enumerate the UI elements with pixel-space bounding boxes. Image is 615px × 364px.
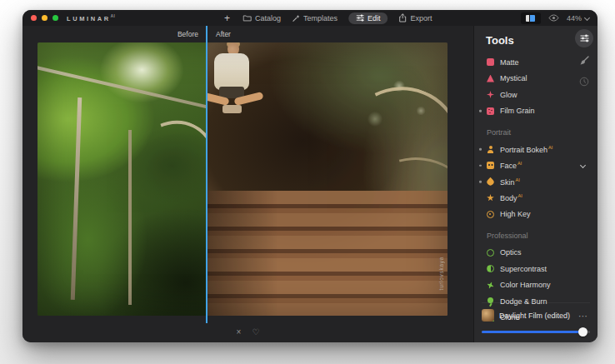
tool-label: BodyAI bbox=[500, 193, 522, 202]
tool-glow[interactable]: Glow bbox=[487, 90, 592, 99]
compare-left-half-icon bbox=[526, 15, 529, 22]
tool-label: High Key bbox=[500, 210, 531, 218]
tool-label: Glow bbox=[500, 91, 518, 99]
template-name: Daylight Film (edited) bbox=[499, 312, 573, 320]
titlebar-right-controls: 44% bbox=[521, 10, 589, 26]
tool-color-harmony[interactable]: Color Harmony bbox=[487, 281, 592, 290]
app-window: LUMINARAI + Catalog Templates Edit Expor… bbox=[22, 10, 598, 342]
tool-body[interactable]: BodyAI bbox=[487, 193, 592, 202]
photo-canvas[interactable]: turlovskaya bbox=[38, 42, 448, 316]
tab-label: Templates bbox=[303, 14, 338, 22]
favorite-flag-icon[interactable]: ♡ bbox=[252, 328, 259, 337]
tool-label: Matte bbox=[500, 58, 519, 67]
tool-high-key[interactable]: High Key bbox=[487, 210, 592, 219]
after-label: After bbox=[216, 30, 231, 38]
compare-right-half-icon bbox=[530, 15, 535, 22]
railing-post bbox=[71, 97, 82, 300]
tool-label: Color Harmony bbox=[500, 281, 551, 289]
zoom-level-dropdown[interactable]: 44% bbox=[567, 14, 589, 22]
tool-label: Supercontrast bbox=[500, 265, 547, 273]
edited-indicator bbox=[479, 164, 482, 167]
minimize-window-button[interactable] bbox=[42, 15, 48, 21]
brush-icon bbox=[579, 56, 589, 68]
edited-indicator bbox=[479, 110, 482, 112]
reject-flag-icon[interactable]: × bbox=[237, 328, 242, 337]
tool-supercontrast[interactable]: Supercontrast bbox=[487, 264, 592, 273]
slider-knob[interactable] bbox=[578, 327, 588, 337]
close-window-button[interactable] bbox=[31, 15, 37, 21]
tool-label: Film Grain bbox=[500, 107, 535, 115]
tab-label: Export bbox=[410, 14, 432, 22]
railing-bar bbox=[38, 62, 206, 113]
ai-badge: AI bbox=[518, 161, 522, 166]
main-nav-tabs: + Catalog Templates Edit Export bbox=[222, 10, 432, 26]
clock-icon bbox=[579, 77, 589, 89]
history-button[interactable] bbox=[579, 77, 589, 89]
matte-icon bbox=[487, 58, 494, 66]
tool-skin[interactable]: SkinAI bbox=[487, 177, 592, 187]
tool-label: FaceAI bbox=[500, 161, 522, 170]
tool-portrait-bokeh[interactable]: Portrait BokehAI bbox=[487, 145, 592, 154]
zoom-level-value: 44% bbox=[567, 14, 582, 22]
section-header-professional: Professional bbox=[487, 232, 592, 240]
more-options-icon[interactable]: ⋯ bbox=[578, 313, 590, 318]
photo-flags: × ♡ bbox=[237, 328, 260, 337]
tab-edit[interactable]: Edit bbox=[348, 12, 388, 24]
face-icon bbox=[487, 162, 494, 169]
magic-wand-icon bbox=[292, 14, 300, 22]
titlebar: LUMINARAI + Catalog Templates Edit Expor… bbox=[22, 10, 598, 26]
chevron-down-icon[interactable] bbox=[580, 162, 586, 168]
share-icon bbox=[398, 13, 407, 22]
tool-label: SkinAI bbox=[500, 177, 520, 187]
ai-badge: AI bbox=[548, 145, 552, 150]
masking-brush-button[interactable] bbox=[579, 56, 589, 68]
applied-template-panel: Daylight Film (edited) ⋯ bbox=[482, 302, 590, 337]
sidebar-rail bbox=[575, 29, 593, 89]
color-harmony-icon bbox=[486, 280, 496, 290]
app-brand: LUMINARAI bbox=[67, 14, 115, 22]
slider-fill bbox=[482, 331, 582, 333]
adjustments-panel-button[interactable] bbox=[575, 29, 593, 47]
fullscreen-window-button[interactable] bbox=[52, 15, 58, 21]
preview-original-eye-icon[interactable] bbox=[548, 14, 559, 22]
photo-after-half bbox=[206, 42, 448, 316]
template-row: Daylight Film (edited) ⋯ bbox=[482, 309, 590, 322]
tool-film-grain[interactable]: Film Grain bbox=[487, 107, 592, 116]
sliders-icon bbox=[580, 32, 589, 45]
window-controls bbox=[31, 15, 58, 21]
ai-badge: AI bbox=[516, 177, 520, 182]
chevron-down-icon bbox=[584, 15, 590, 21]
sliders-icon bbox=[356, 14, 364, 22]
tab-export[interactable]: Export bbox=[398, 13, 432, 22]
supercontrast-icon bbox=[487, 265, 494, 272]
tool-label: Mystical bbox=[500, 74, 528, 82]
template-amount-slider[interactable] bbox=[482, 327, 590, 337]
film-grain-icon bbox=[487, 107, 494, 115]
slider-track[interactable] bbox=[482, 331, 590, 333]
high-key-icon bbox=[487, 211, 494, 218]
railing-arc bbox=[108, 105, 206, 240]
edited-indicator bbox=[479, 148, 482, 151]
compare-toggle-button[interactable] bbox=[521, 12, 541, 24]
compare-divider-handle[interactable] bbox=[206, 26, 208, 323]
tool-optics[interactable]: Optics bbox=[487, 248, 592, 257]
ai-badge: AI bbox=[518, 193, 522, 198]
tab-templates[interactable]: Templates bbox=[292, 14, 338, 22]
optics-icon bbox=[487, 249, 494, 257]
edited-indicator bbox=[479, 181, 482, 183]
portrait-bokeh-icon bbox=[487, 146, 494, 153]
tab-catalog[interactable]: Catalog bbox=[242, 14, 281, 22]
workspace: Before After bbox=[22, 26, 598, 342]
brand-text: LUMINAR bbox=[67, 14, 111, 22]
photo-before-half bbox=[38, 42, 206, 316]
brand-ai-badge: AI bbox=[111, 14, 116, 18]
body-icon bbox=[487, 194, 494, 202]
canvas-area: Before After bbox=[22, 26, 473, 342]
section-header-portrait: Portrait bbox=[487, 128, 592, 137]
add-photos-button[interactable]: + bbox=[222, 13, 232, 23]
tool-label: Portrait BokehAI bbox=[500, 145, 552, 154]
tool-face[interactable]: FaceAI bbox=[487, 161, 592, 170]
tool-label: Optics bbox=[500, 248, 522, 257]
photo-watermark: turlovskaya bbox=[438, 257, 444, 291]
mystical-icon bbox=[487, 75, 494, 82]
